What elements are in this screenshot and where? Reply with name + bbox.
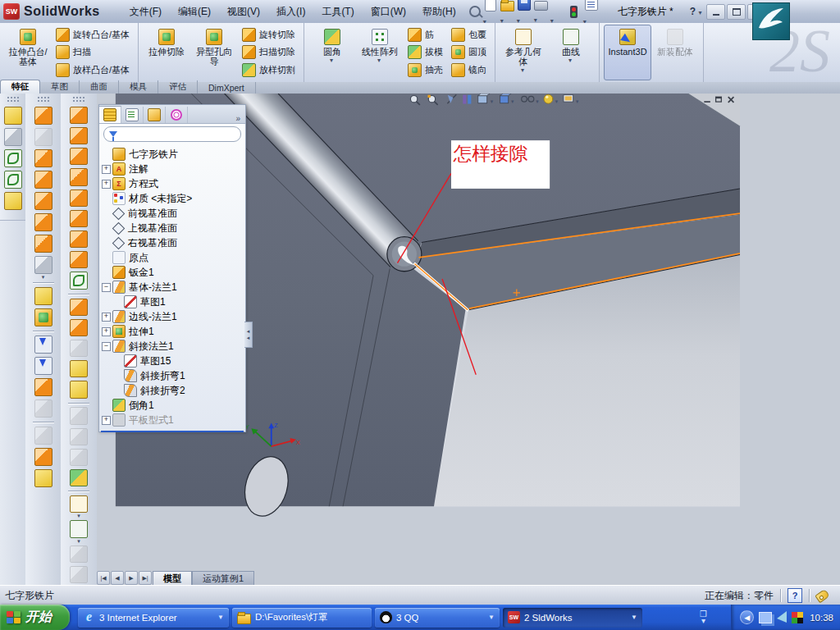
tree-expander[interactable]: + bbox=[102, 416, 111, 425]
menu-item-5[interactable]: 窗口(W) bbox=[363, 2, 414, 22]
tree-item-边线-法兰1[interactable]: +边线-法兰1 bbox=[99, 309, 245, 324]
tree-expander[interactable]: + bbox=[102, 180, 111, 189]
toolbar-button-拉伸凸台/基体[interactable]: 拉伸凸台/基体 bbox=[4, 25, 52, 80]
doc-tab-运动算例1[interactable]: 运动算例1 bbox=[192, 571, 254, 585]
tree-expander[interactable]: + bbox=[102, 165, 111, 174]
toolbar-button-扫描切除[interactable]: 扫描切除 bbox=[240, 45, 298, 59]
toolbar-button-新装配体[interactable]: 新装配体 bbox=[651, 25, 699, 80]
quickbar-open-icon[interactable]: ▾ bbox=[500, 0, 514, 26]
jog-icon[interactable] bbox=[34, 378, 52, 396]
triad-tool-icon[interactable] bbox=[4, 149, 22, 167]
sm-vest-icon[interactable] bbox=[70, 381, 88, 398]
toolbar-button-放样切割[interactable]: 放样切割 bbox=[240, 63, 298, 77]
sm-bow-icon[interactable] bbox=[70, 189, 88, 207]
tree-item-右视基准面[interactable]: 右视基准面 bbox=[99, 235, 245, 250]
menu-item-4[interactable]: 工具(T) bbox=[313, 2, 362, 22]
cm-tab-曲面[interactable]: 曲面 bbox=[80, 80, 119, 94]
tree-item-草图15[interactable]: 草图15 bbox=[99, 354, 245, 368]
quickbar-print-icon[interactable]: ▾ bbox=[534, 0, 548, 25]
fold-tool-icon[interactable] bbox=[34, 107, 52, 125]
tree-item-斜接折弯1[interactable]: 斜接折弯1 bbox=[99, 368, 245, 383]
sm-plate-icon[interactable] bbox=[70, 251, 88, 268]
cm-tab-DimXpert[interactable]: DimXpert bbox=[198, 82, 256, 94]
tree-item-钣金1[interactable]: 钣金1 bbox=[99, 265, 245, 280]
tree-item-倒角1[interactable]: 倒角1 bbox=[99, 398, 245, 413]
form-tool-icon[interactable] bbox=[70, 469, 88, 486]
fm-tab-configurationmanager[interactable] bbox=[144, 107, 166, 123]
closed-corner-icon[interactable] bbox=[34, 192, 52, 210]
menu-item-3[interactable]: 插入(I) bbox=[268, 2, 313, 22]
toolbar-button-异型孔向导[interactable]: 异型孔向导 bbox=[190, 25, 238, 80]
toolbar-button-筋[interactable]: 筋 bbox=[405, 28, 445, 42]
sm-bend1-icon[interactable] bbox=[70, 407, 88, 424]
tree-item-注解[interactable]: +A注解 bbox=[99, 162, 245, 176]
ghost-tool2-icon[interactable] bbox=[70, 566, 88, 583]
sm-sphere-icon[interactable] bbox=[70, 340, 88, 357]
corner-tool-icon[interactable] bbox=[34, 171, 52, 189]
toolbar-button-旋转切除[interactable]: 旋转切除 bbox=[240, 28, 298, 42]
hide-icons-button[interactable]: ◀ bbox=[740, 610, 754, 624]
attach-tool-icon[interactable] bbox=[4, 192, 22, 210]
start-button[interactable]: 开始 bbox=[0, 605, 70, 630]
toolbar-button-抽壳[interactable]: 抽壳 bbox=[405, 63, 445, 77]
tree-item-基体-法兰1[interactable]: −基体-法兰1 bbox=[99, 280, 245, 294]
tray-windows-icon[interactable] bbox=[759, 612, 772, 623]
sm-bend2-icon[interactable] bbox=[70, 428, 88, 445]
gem-tool-icon[interactable] bbox=[4, 107, 22, 125]
taskbar-task-2[interactable]: D:\Favorites\灯罩 bbox=[232, 608, 372, 628]
nav-prev-button[interactable]: ◀ bbox=[111, 571, 124, 585]
nav-last-button[interactable]: ▶| bbox=[139, 571, 152, 585]
sm-arc-icon[interactable] bbox=[70, 127, 88, 144]
sm-hook-icon[interactable] bbox=[70, 319, 88, 336]
feature-filter-box[interactable] bbox=[103, 126, 241, 142]
edge-flange-icon[interactable] bbox=[34, 149, 52, 167]
toolbar-button-扫描[interactable]: 扫描 bbox=[53, 45, 132, 59]
rip-icon[interactable] bbox=[34, 427, 52, 445]
nav-first-button[interactable]: |◀ bbox=[97, 571, 110, 585]
menu-item-0[interactable]: 文件(F) bbox=[121, 2, 170, 22]
menu-item-2[interactable]: 视图(V) bbox=[219, 2, 268, 22]
menu-item-6[interactable]: 帮助(H) bbox=[414, 2, 464, 22]
toolbar-button-Instant3D[interactable]: Instant3D bbox=[604, 25, 651, 80]
fold-icon[interactable] bbox=[34, 357, 52, 375]
panel-chevron-icon[interactable]: » bbox=[231, 114, 245, 123]
no-bends-icon[interactable] bbox=[34, 399, 52, 418]
tag-icon[interactable] bbox=[815, 588, 830, 603]
cm-tab-评估[interactable]: 评估 bbox=[158, 80, 198, 94]
fold-wrench-icon[interactable] bbox=[34, 213, 52, 231]
graphics-viewport[interactable]: 怎样接隙 Z Y X ▾ bbox=[97, 94, 840, 585]
quick-tips-button[interactable]: ? bbox=[788, 588, 802, 603]
tree-item-斜接法兰1[interactable]: −斜接法兰1 bbox=[99, 339, 245, 354]
fm-tab-dimxpertmanager[interactable] bbox=[166, 107, 188, 123]
sm-hem-icon[interactable] bbox=[70, 272, 88, 289]
toolbar-button-参考几何体[interactable]: 参考几何体▾ bbox=[500, 25, 547, 80]
extruded-cut-icon[interactable] bbox=[34, 287, 52, 305]
simple-hole-icon[interactable] bbox=[34, 308, 52, 326]
panel-splitter-handle[interactable]: ◂◂ bbox=[244, 322, 253, 348]
sm-flag-icon[interactable] bbox=[70, 107, 88, 124]
sm-box2-icon[interactable] bbox=[70, 360, 88, 377]
fm-tab-propertymanager[interactable] bbox=[121, 107, 144, 123]
tree-expander[interactable]: − bbox=[102, 342, 111, 351]
taskbar-task-4[interactable]: SW2 SldWorks▼ bbox=[503, 608, 642, 628]
unfold-icon[interactable] bbox=[34, 336, 52, 354]
tree-expander[interactable]: + bbox=[102, 313, 111, 322]
point-tool-icon[interactable] bbox=[4, 171, 22, 189]
taskbar-task-1[interactable]: e3 Internet Explorer▼ bbox=[78, 608, 229, 628]
toolbar-button-镜向[interactable]: 镜向 bbox=[449, 63, 489, 77]
quickbar-undo-icon[interactable]: ▾ bbox=[550, 0, 564, 26]
tree-item-斜接折弯2[interactable]: 斜接折弯2 bbox=[99, 383, 245, 398]
toolbar-button-曲线[interactable]: 曲线▾ bbox=[547, 25, 595, 80]
tree-item-方程式[interactable]: +Σ方程式 bbox=[99, 176, 245, 191]
sm-bend3-icon[interactable] bbox=[70, 449, 88, 466]
taskbar-task-3[interactable]: 3 QQ▼ bbox=[375, 608, 500, 628]
tree-item-原点[interactable]: 原点 bbox=[99, 250, 245, 265]
construction-line-icon[interactable] bbox=[4, 128, 22, 146]
sm-fold-icon[interactable] bbox=[70, 231, 88, 248]
menu-item-1[interactable]: 编辑(E) bbox=[170, 2, 219, 22]
sm-box-icon[interactable] bbox=[70, 299, 88, 316]
toolbar-button-包覆[interactable]: 包覆 bbox=[449, 28, 489, 42]
tree-item-草图1[interactable]: 草图1 bbox=[99, 294, 245, 309]
rollback-bar[interactable] bbox=[101, 431, 244, 432]
toolbar-button-圆顶[interactable]: 圆顶 bbox=[449, 45, 489, 59]
